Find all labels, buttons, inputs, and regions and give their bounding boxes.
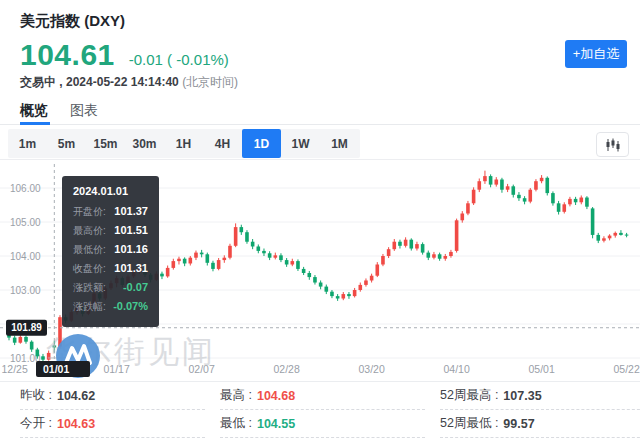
candle-body <box>245 232 249 242</box>
tooltip-date: 2024.01.01 <box>73 185 148 197</box>
candle-body <box>438 254 442 258</box>
range-4h[interactable]: 4H <box>203 129 242 158</box>
symbol-title: 美元指数 (DXY) <box>20 12 125 31</box>
stat-day-low: 最低 : 104.55 <box>220 410 425 438</box>
x-axis-label: 04/10 <box>443 363 469 375</box>
candle-body <box>477 181 481 190</box>
candle-body <box>579 198 583 203</box>
candle-body <box>460 214 464 221</box>
candle-body <box>625 235 629 236</box>
candle-body <box>455 220 459 251</box>
candle-body <box>285 260 289 264</box>
trading-status: 交易中 , 2024-05-22 14:14:40 (北京时间) <box>20 74 238 91</box>
candle-body <box>228 246 232 258</box>
tab-chart[interactable]: 图表 <box>70 102 98 120</box>
tooltip-row-close: 收盘价: 101.31 <box>73 262 148 281</box>
range-15m[interactable]: 15m <box>86 129 125 158</box>
candle-body <box>443 256 447 259</box>
tooltip-row-change-pct: 涨跌幅: -0.07% <box>73 300 148 319</box>
add-watchlist-button[interactable]: +加自选 <box>565 40 627 68</box>
candle-body <box>387 249 391 256</box>
x-axis-label: 02/28 <box>273 363 299 375</box>
stats-footer: 昨收 : 104.62 最高 : 104.68 52周最高 : 107.35 今… <box>0 381 640 442</box>
candle-body <box>324 287 328 292</box>
candle-body <box>279 255 283 260</box>
range-30m[interactable]: 30m <box>125 129 164 158</box>
price-tooltip: 2024.01.01 开盘价: 101.37 最高价: 101.51 最低价: … <box>62 176 159 327</box>
range-1w[interactable]: 1W <box>281 129 320 158</box>
stat-day-high: 最高 : 104.68 <box>220 382 425 410</box>
candle-body <box>494 180 498 185</box>
candle-body <box>619 233 623 235</box>
crosshair-price-tag-label: 101.89 <box>11 322 42 333</box>
candle-body <box>449 252 453 256</box>
candle-body <box>307 273 311 277</box>
candle-body <box>217 260 221 269</box>
timezone-label: (北京时间) <box>182 75 238 89</box>
candle-body <box>596 235 600 241</box>
range-segmented-control: 1m 5m 15m 30m 1H 4H 1D 1W 1M <box>8 129 360 158</box>
candle-body <box>313 277 317 282</box>
tab-overview[interactable]: 概览 <box>20 102 48 120</box>
candle-body <box>291 261 295 264</box>
candle-body <box>257 246 261 250</box>
candle-body <box>370 276 374 281</box>
tooltip-row-high: 最高价: 101.51 <box>73 224 148 243</box>
candle-body <box>189 258 193 264</box>
candle-body <box>223 258 227 260</box>
candle-body <box>591 208 595 235</box>
candle-body <box>19 337 23 343</box>
candle-body <box>608 236 612 239</box>
x-axis-label: 05/01 <box>528 363 554 375</box>
market-state: 交易中 , <box>20 75 63 89</box>
y-axis-label: 105.00 <box>10 217 41 228</box>
current-price: 104.61 <box>20 38 115 72</box>
candle-body <box>234 227 238 246</box>
quote-timestamp: 2024-05-22 14:14:40 <box>66 75 179 89</box>
candle-body <box>466 203 470 213</box>
candle-body <box>381 256 385 265</box>
candle-body <box>551 193 555 203</box>
candle-body <box>585 198 589 207</box>
candle-body <box>206 254 210 262</box>
candle-body <box>562 204 566 211</box>
tooltip-row-low: 最低价: 101.16 <box>73 243 148 262</box>
quote-page: 美元指数 (DXY) 104.61 -0.01 ( -0.01%) 交易中 , … <box>0 0 640 442</box>
candle-body <box>392 242 396 249</box>
range-1h[interactable]: 1H <box>164 129 203 158</box>
candle-body <box>613 233 617 236</box>
candle-body <box>200 253 204 255</box>
range-1m[interactable]: 1m <box>8 129 47 158</box>
candle-body <box>528 190 532 202</box>
candle-body <box>511 186 515 195</box>
candle-body <box>36 350 40 357</box>
candle-body <box>330 292 334 296</box>
range-1d[interactable]: 1D <box>242 129 281 158</box>
candle-body <box>302 269 306 273</box>
candle-body <box>375 265 379 276</box>
candle-body <box>398 242 402 246</box>
candle-body <box>262 251 266 253</box>
stat-52w-low: 52周最低 : 99.57 <box>440 410 640 438</box>
candle-body <box>183 259 187 264</box>
y-axis-label: 106.00 <box>10 183 41 194</box>
tooltip-row-change: 涨跌额: -0.07 <box>73 281 148 300</box>
candle-body <box>341 294 345 298</box>
x-axis-label: 12/25 <box>2 363 28 375</box>
candle-body <box>353 290 357 296</box>
candle-body <box>404 240 408 246</box>
candle-body <box>166 268 170 277</box>
chart-type-button[interactable] <box>596 132 629 157</box>
range-5m[interactable]: 5m <box>47 129 86 158</box>
candle-body <box>540 178 544 181</box>
stat-52w-high: 52周最高 : 107.35 <box>440 382 640 410</box>
candle-body <box>568 199 572 204</box>
candle-body <box>177 259 181 261</box>
candle-body <box>602 238 606 240</box>
candle-body <box>426 253 430 258</box>
candle-body <box>336 296 340 298</box>
candle-body <box>506 186 510 189</box>
tab-bar: 概览 图表 <box>0 98 640 125</box>
range-1m-month[interactable]: 1M <box>320 129 359 158</box>
candle-body <box>517 195 521 198</box>
